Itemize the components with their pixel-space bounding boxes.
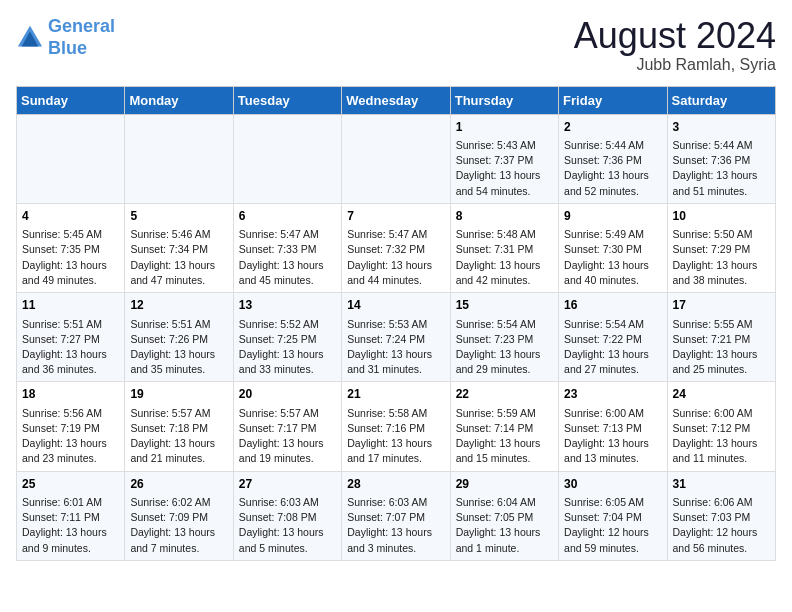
day-info: Sunrise: 6:03 AMSunset: 7:08 PMDaylight:… <box>239 495 336 556</box>
calendar-cell: 9Sunrise: 5:49 AMSunset: 7:30 PMDaylight… <box>559 203 667 292</box>
calendar-week-row: 25Sunrise: 6:01 AMSunset: 7:11 PMDayligh… <box>17 471 776 560</box>
calendar-cell: 15Sunrise: 5:54 AMSunset: 7:23 PMDayligh… <box>450 293 558 382</box>
day-number: 22 <box>456 386 553 403</box>
day-info: Sunrise: 5:51 AMSunset: 7:27 PMDaylight:… <box>22 317 119 378</box>
day-info: Sunrise: 5:49 AMSunset: 7:30 PMDaylight:… <box>564 227 661 288</box>
calendar-cell: 26Sunrise: 6:02 AMSunset: 7:09 PMDayligh… <box>125 471 233 560</box>
weekday-header-wednesday: Wednesday <box>342 86 450 114</box>
day-number: 4 <box>22 208 119 225</box>
calendar-cell: 5Sunrise: 5:46 AMSunset: 7:34 PMDaylight… <box>125 203 233 292</box>
logo: General Blue <box>16 16 115 59</box>
day-number: 2 <box>564 119 661 136</box>
day-number: 7 <box>347 208 444 225</box>
calendar-week-row: 4Sunrise: 5:45 AMSunset: 7:35 PMDaylight… <box>17 203 776 292</box>
day-number: 10 <box>673 208 770 225</box>
calendar-cell: 1Sunrise: 5:43 AMSunset: 7:37 PMDaylight… <box>450 114 558 203</box>
day-number: 26 <box>130 476 227 493</box>
day-info: Sunrise: 5:54 AMSunset: 7:22 PMDaylight:… <box>564 317 661 378</box>
day-number: 9 <box>564 208 661 225</box>
calendar-cell: 13Sunrise: 5:52 AMSunset: 7:25 PMDayligh… <box>233 293 341 382</box>
calendar-cell: 8Sunrise: 5:48 AMSunset: 7:31 PMDaylight… <box>450 203 558 292</box>
day-number: 25 <box>22 476 119 493</box>
weekday-header-monday: Monday <box>125 86 233 114</box>
day-number: 18 <box>22 386 119 403</box>
day-info: Sunrise: 6:05 AMSunset: 7:04 PMDaylight:… <box>564 495 661 556</box>
day-number: 8 <box>456 208 553 225</box>
day-info: Sunrise: 5:46 AMSunset: 7:34 PMDaylight:… <box>130 227 227 288</box>
page-header: General Blue August 2024 Jubb Ramlah, Sy… <box>16 16 776 74</box>
day-info: Sunrise: 5:53 AMSunset: 7:24 PMDaylight:… <box>347 317 444 378</box>
day-info: Sunrise: 5:44 AMSunset: 7:36 PMDaylight:… <box>673 138 770 199</box>
day-number: 11 <box>22 297 119 314</box>
day-info: Sunrise: 6:06 AMSunset: 7:03 PMDaylight:… <box>673 495 770 556</box>
logo-text: General Blue <box>48 16 115 59</box>
calendar-cell: 18Sunrise: 5:56 AMSunset: 7:19 PMDayligh… <box>17 382 125 471</box>
calendar-cell: 20Sunrise: 5:57 AMSunset: 7:17 PMDayligh… <box>233 382 341 471</box>
day-number: 27 <box>239 476 336 493</box>
day-info: Sunrise: 6:00 AMSunset: 7:13 PMDaylight:… <box>564 406 661 467</box>
day-number: 12 <box>130 297 227 314</box>
day-number: 28 <box>347 476 444 493</box>
calendar-cell: 10Sunrise: 5:50 AMSunset: 7:29 PMDayligh… <box>667 203 775 292</box>
day-number: 21 <box>347 386 444 403</box>
day-info: Sunrise: 5:59 AMSunset: 7:14 PMDaylight:… <box>456 406 553 467</box>
calendar-cell: 2Sunrise: 5:44 AMSunset: 7:36 PMDaylight… <box>559 114 667 203</box>
calendar-cell: 23Sunrise: 6:00 AMSunset: 7:13 PMDayligh… <box>559 382 667 471</box>
sub-title: Jubb Ramlah, Syria <box>574 56 776 74</box>
calendar-cell <box>233 114 341 203</box>
day-number: 20 <box>239 386 336 403</box>
day-info: Sunrise: 6:04 AMSunset: 7:05 PMDaylight:… <box>456 495 553 556</box>
calendar-cell: 28Sunrise: 6:03 AMSunset: 7:07 PMDayligh… <box>342 471 450 560</box>
calendar-cell: 6Sunrise: 5:47 AMSunset: 7:33 PMDaylight… <box>233 203 341 292</box>
weekday-header-friday: Friday <box>559 86 667 114</box>
day-info: Sunrise: 6:03 AMSunset: 7:07 PMDaylight:… <box>347 495 444 556</box>
weekday-header-row: SundayMondayTuesdayWednesdayThursdayFrid… <box>17 86 776 114</box>
day-info: Sunrise: 5:57 AMSunset: 7:17 PMDaylight:… <box>239 406 336 467</box>
calendar-cell: 30Sunrise: 6:05 AMSunset: 7:04 PMDayligh… <box>559 471 667 560</box>
day-number: 13 <box>239 297 336 314</box>
logo-icon <box>16 24 44 52</box>
calendar-cell <box>17 114 125 203</box>
calendar-cell: 12Sunrise: 5:51 AMSunset: 7:26 PMDayligh… <box>125 293 233 382</box>
day-info: Sunrise: 5:51 AMSunset: 7:26 PMDaylight:… <box>130 317 227 378</box>
title-block: August 2024 Jubb Ramlah, Syria <box>574 16 776 74</box>
day-info: Sunrise: 5:43 AMSunset: 7:37 PMDaylight:… <box>456 138 553 199</box>
day-number: 16 <box>564 297 661 314</box>
calendar-table: SundayMondayTuesdayWednesdayThursdayFrid… <box>16 86 776 561</box>
weekday-header-sunday: Sunday <box>17 86 125 114</box>
calendar-cell: 16Sunrise: 5:54 AMSunset: 7:22 PMDayligh… <box>559 293 667 382</box>
calendar-week-row: 1Sunrise: 5:43 AMSunset: 7:37 PMDaylight… <box>17 114 776 203</box>
calendar-cell: 7Sunrise: 5:47 AMSunset: 7:32 PMDaylight… <box>342 203 450 292</box>
day-number: 31 <box>673 476 770 493</box>
day-number: 6 <box>239 208 336 225</box>
day-number: 19 <box>130 386 227 403</box>
calendar-cell: 31Sunrise: 6:06 AMSunset: 7:03 PMDayligh… <box>667 471 775 560</box>
day-info: Sunrise: 5:48 AMSunset: 7:31 PMDaylight:… <box>456 227 553 288</box>
day-info: Sunrise: 5:56 AMSunset: 7:19 PMDaylight:… <box>22 406 119 467</box>
calendar-cell: 25Sunrise: 6:01 AMSunset: 7:11 PMDayligh… <box>17 471 125 560</box>
calendar-cell <box>125 114 233 203</box>
day-info: Sunrise: 5:58 AMSunset: 7:16 PMDaylight:… <box>347 406 444 467</box>
calendar-cell: 22Sunrise: 5:59 AMSunset: 7:14 PMDayligh… <box>450 382 558 471</box>
calendar-cell: 17Sunrise: 5:55 AMSunset: 7:21 PMDayligh… <box>667 293 775 382</box>
calendar-week-row: 18Sunrise: 5:56 AMSunset: 7:19 PMDayligh… <box>17 382 776 471</box>
calendar-cell: 4Sunrise: 5:45 AMSunset: 7:35 PMDaylight… <box>17 203 125 292</box>
day-info: Sunrise: 5:55 AMSunset: 7:21 PMDaylight:… <box>673 317 770 378</box>
day-number: 3 <box>673 119 770 136</box>
weekday-header-saturday: Saturday <box>667 86 775 114</box>
calendar-cell: 29Sunrise: 6:04 AMSunset: 7:05 PMDayligh… <box>450 471 558 560</box>
calendar-week-row: 11Sunrise: 5:51 AMSunset: 7:27 PMDayligh… <box>17 293 776 382</box>
day-info: Sunrise: 5:54 AMSunset: 7:23 PMDaylight:… <box>456 317 553 378</box>
day-info: Sunrise: 6:02 AMSunset: 7:09 PMDaylight:… <box>130 495 227 556</box>
day-number: 29 <box>456 476 553 493</box>
main-title: August 2024 <box>574 16 776 56</box>
calendar-cell: 19Sunrise: 5:57 AMSunset: 7:18 PMDayligh… <box>125 382 233 471</box>
weekday-header-tuesday: Tuesday <box>233 86 341 114</box>
calendar-cell: 14Sunrise: 5:53 AMSunset: 7:24 PMDayligh… <box>342 293 450 382</box>
day-info: Sunrise: 5:44 AMSunset: 7:36 PMDaylight:… <box>564 138 661 199</box>
calendar-cell: 24Sunrise: 6:00 AMSunset: 7:12 PMDayligh… <box>667 382 775 471</box>
calendar-cell: 27Sunrise: 6:03 AMSunset: 7:08 PMDayligh… <box>233 471 341 560</box>
weekday-header-thursday: Thursday <box>450 86 558 114</box>
day-info: Sunrise: 5:45 AMSunset: 7:35 PMDaylight:… <box>22 227 119 288</box>
day-number: 14 <box>347 297 444 314</box>
